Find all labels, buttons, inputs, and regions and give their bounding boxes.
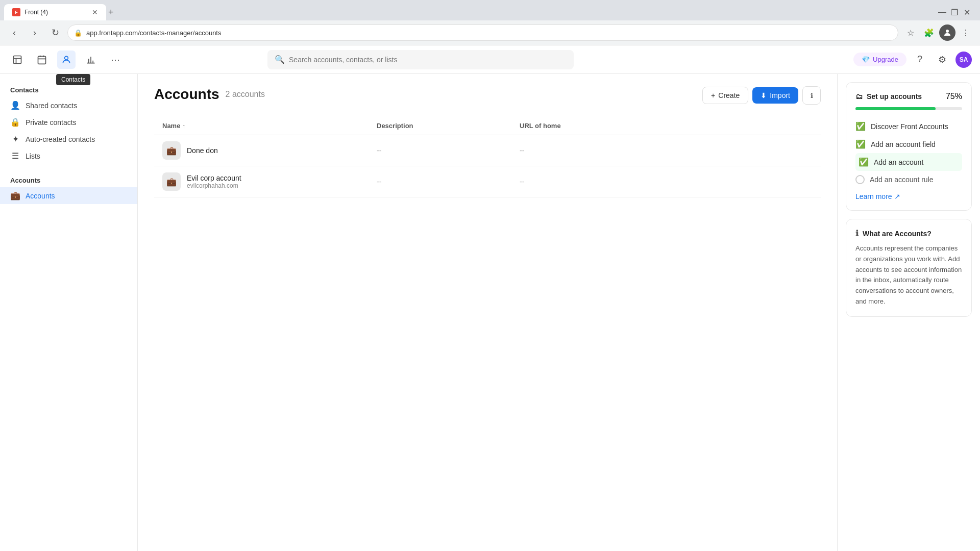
svg-point-0 — [946, 30, 949, 33]
info-circle-icon: ℹ — [855, 229, 859, 238]
extensions-button[interactable]: 🧩 — [921, 24, 937, 41]
auto-created-label: Auto-created contacts — [26, 135, 95, 143]
app-topbar: ⋯ Contacts 🔍 💎 Upgrade ? ⚙ SA — [0, 45, 980, 74]
refresh-button[interactable]: ↻ — [47, 24, 63, 41]
create-label: Create — [718, 91, 740, 99]
help-button[interactable]: ? — [911, 51, 929, 69]
svg-point-3 — [65, 56, 68, 60]
col-name-header[interactable]: Name ↑ — [162, 122, 377, 130]
setup-item-label: Add an account field — [871, 140, 936, 148]
more-button[interactable]: ⋮ — [958, 24, 974, 41]
right-panel: 🗂 Set up accounts 75% ✅ Discover Front A… — [837, 74, 980, 551]
lists-icon: ☰ — [10, 151, 20, 161]
calendar-button[interactable] — [33, 51, 51, 69]
close-window-button[interactable]: ✕ — [962, 7, 972, 17]
user-avatar[interactable]: SA — [955, 52, 972, 68]
search-container[interactable]: 🔍 — [267, 50, 574, 69]
maximize-button[interactable]: ❐ — [949, 7, 960, 17]
create-button[interactable]: + Create — [702, 87, 748, 104]
sidebar-item-shared-contacts[interactable]: 👤 Shared contacts — [0, 97, 137, 114]
setup-item-label: Add an account rule — [870, 176, 934, 184]
learn-more-label: Learn more — [855, 192, 892, 201]
setup-item-add-field[interactable]: ✅ Add an account field — [855, 135, 962, 153]
account-description: -- — [377, 146, 520, 155]
setup-item-label: Discover Front Accounts — [871, 122, 948, 131]
forward-button[interactable]: › — [27, 24, 43, 41]
col-url-header[interactable]: URL of home — [520, 122, 813, 130]
inbox-button[interactable] — [8, 51, 27, 69]
account-url: -- — [520, 178, 813, 186]
col-name-label: Name — [162, 122, 180, 130]
private-contacts-icon: 🔒 — [10, 117, 20, 127]
import-icon: ⬇ — [761, 91, 767, 99]
info-button[interactable]: ℹ — [802, 86, 821, 105]
settings-button[interactable]: ⚙ — [933, 51, 951, 69]
sidebar-item-lists[interactable]: ☰ Lists — [0, 147, 137, 164]
bookmark-button[interactable]: ☆ — [902, 24, 919, 41]
more-apps-button[interactable]: ⋯ — [106, 51, 125, 69]
sidebar-item-private-contacts[interactable]: 🔒 Private contacts — [0, 114, 137, 131]
setup-item-add-rule[interactable]: Add an account rule — [855, 171, 962, 188]
info-card-title-label: What are Accounts? — [863, 230, 932, 238]
accounts-icon: 💼 — [10, 191, 20, 201]
minimize-button[interactable]: — — [937, 7, 947, 17]
search-input[interactable] — [289, 56, 567, 64]
account-description: -- — [377, 178, 520, 186]
check-empty-icon — [855, 175, 865, 184]
accounts-count: 2 accounts — [226, 90, 265, 99]
check-done-icon: ✅ — [855, 139, 866, 149]
lock-icon: 🔒 — [74, 29, 82, 37]
info-card-text: Accounts represent the companies or orga… — [855, 243, 962, 307]
upgrade-button[interactable]: 💎 Upgrade — [853, 53, 906, 66]
shared-contacts-icon: 👤 — [10, 101, 20, 110]
accounts-label: Accounts — [26, 192, 55, 200]
contacts-tooltip: Contacts — [56, 74, 90, 85]
sidebar-item-auto-created[interactable]: ✦ Auto-created contacts — [0, 131, 137, 147]
table-row[interactable]: 💼 Done don -- -- — [154, 135, 821, 166]
auto-created-icon: ✦ — [10, 134, 20, 144]
address-text: app.frontapp.com/contacts-manager/accoun… — [86, 29, 221, 37]
import-label: Import — [770, 91, 790, 99]
check-done-icon: ✅ — [859, 157, 869, 167]
new-tab-button[interactable]: + — [108, 7, 114, 18]
setup-item-discover[interactable]: ✅ Discover Front Accounts — [855, 117, 962, 135]
contacts-button[interactable] — [57, 51, 76, 69]
setup-card: 🗂 Set up accounts 75% ✅ Discover Front A… — [846, 82, 972, 211]
check-done-icon: ✅ — [855, 121, 866, 131]
browser-tab[interactable]: F Front (4) ✕ — [4, 4, 106, 20]
sidebar: Contacts 👤 Shared contacts 🔒 Private con… — [0, 74, 138, 551]
content-area: Accounts 2 accounts + Create ⬇ Import ℹ — [138, 74, 837, 551]
upgrade-gem-icon: 💎 — [862, 56, 870, 63]
col-desc-header[interactable]: Description — [377, 122, 520, 130]
table-header: Name ↑ Description URL of home — [154, 117, 821, 135]
create-icon: + — [711, 91, 715, 99]
address-bar[interactable]: 🔒 app.frontapp.com/contacts-manager/acco… — [67, 24, 898, 41]
sidebar-item-accounts[interactable]: 💼 Accounts — [0, 187, 137, 204]
svg-rect-1 — [14, 56, 21, 63]
account-name: Evil corp account — [187, 174, 241, 182]
account-name: Done don — [187, 146, 218, 155]
account-icon: 💼 — [162, 141, 181, 160]
svg-rect-2 — [38, 56, 46, 64]
sort-arrow-icon: ↑ — [182, 123, 185, 129]
table-row[interactable]: 💼 Evil corp account evilcorphahah.com --… — [154, 166, 821, 197]
account-url: -- — [520, 146, 813, 155]
page-title: Accounts — [154, 86, 219, 103]
import-button[interactable]: ⬇ Import — [752, 87, 798, 104]
account-subtitle: evilcorphahah.com — [187, 182, 241, 189]
progress-bar — [855, 107, 962, 110]
incognito-avatar[interactable] — [939, 24, 955, 41]
learn-more-link[interactable]: Learn more ↗ — [855, 192, 900, 201]
analytics-button[interactable] — [82, 51, 100, 69]
back-button[interactable]: ‹ — [6, 24, 22, 41]
setup-item-label: Add an account — [874, 158, 923, 166]
accounts-section-title: Accounts — [0, 172, 137, 187]
setup-icon: 🗂 — [855, 92, 863, 101]
tab-title: Front (4) — [24, 9, 86, 16]
lists-label: Lists — [26, 152, 40, 160]
what-are-accounts-card: ℹ What are Accounts? Accounts represent … — [846, 219, 972, 317]
setup-item-add-account[interactable]: ✅ Add an account — [855, 153, 962, 171]
search-icon: 🔍 — [275, 55, 285, 64]
shared-contacts-label: Shared contacts — [26, 102, 77, 110]
close-tab-button[interactable]: ✕ — [92, 8, 98, 16]
